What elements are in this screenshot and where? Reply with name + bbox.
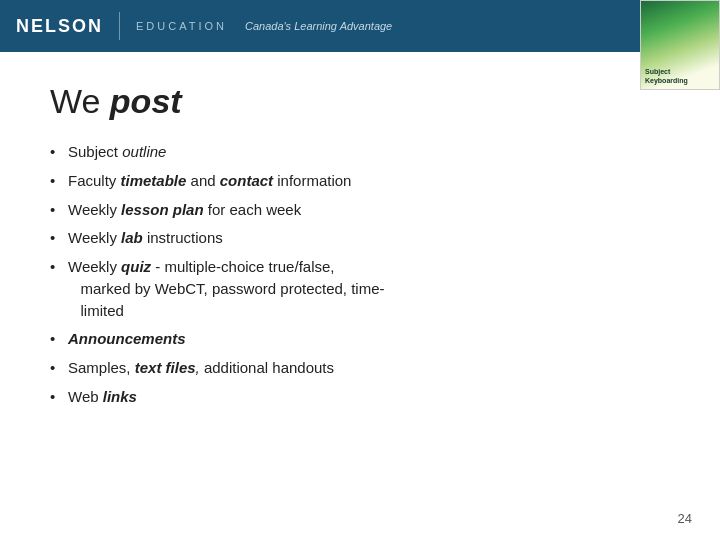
text-italic: outline	[122, 143, 166, 160]
text-bold-italic: lab	[121, 229, 143, 246]
text-normal: Faculty	[68, 172, 121, 189]
text-normal: Weekly	[68, 229, 121, 246]
list-item: Web links	[50, 386, 670, 408]
text-bold-italic: quiz	[121, 258, 151, 275]
text-normal: Subject	[68, 143, 122, 160]
text-bold-italic: timetable	[121, 172, 187, 189]
text-normal: instructions	[143, 229, 223, 246]
bullet-list: Subject outline Faculty timetable and co…	[50, 141, 670, 408]
list-item: Faculty timetable and contact informatio…	[50, 170, 670, 192]
text-normal: Web	[68, 388, 103, 405]
education-label: EDUCATION	[136, 20, 227, 32]
list-item: Weekly lesson plan for each week	[50, 199, 670, 221]
text-bold-italic: links	[103, 388, 137, 405]
header-bar: NELSON EDUCATION Canada's Learning Advan…	[0, 0, 720, 52]
tagline: Canada's Learning Advantage	[245, 20, 392, 32]
text-normal: for each week	[204, 201, 302, 218]
list-item: Weekly lab instructions	[50, 227, 670, 249]
title-bold-italic: post	[110, 82, 182, 120]
text-normal: information	[273, 172, 351, 189]
text-normal: and	[186, 172, 219, 189]
text-bold-italic: contact	[220, 172, 273, 189]
text-normal: Samples,	[68, 359, 135, 376]
slide-title: We post	[50, 82, 670, 121]
header-divider	[119, 12, 120, 40]
text-normal: Weekly	[68, 258, 121, 275]
list-item: Samples, text files, additional handouts	[50, 357, 670, 379]
text-normal: additional handouts	[200, 359, 334, 376]
text-bold-italic: lesson plan	[121, 201, 204, 218]
page-number: 24	[678, 511, 692, 526]
slide-content: We post Subject outline Faculty timetabl…	[0, 52, 720, 540]
list-item: Weekly quiz - multiple-choice true/false…	[50, 256, 670, 321]
brand-name: NELSON	[16, 16, 103, 37]
text-bold-italic: Announcements	[68, 330, 186, 347]
title-normal: We	[50, 82, 110, 120]
text-normal: Weekly	[68, 201, 121, 218]
list-item: Announcements	[50, 328, 670, 350]
text-bold-italic: text files	[135, 359, 196, 376]
list-item: Subject outline	[50, 141, 670, 163]
